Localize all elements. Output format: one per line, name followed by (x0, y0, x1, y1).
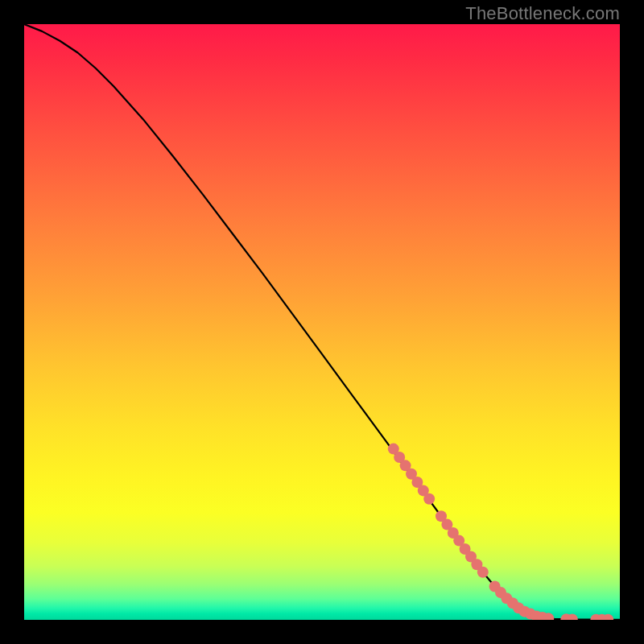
marker-point (477, 567, 489, 578)
chart-svg (24, 24, 620, 620)
marker-point (423, 493, 435, 505)
highlight-markers (388, 444, 613, 620)
watermark-text: TheBottleneck.com (465, 3, 620, 24)
plot-area (24, 24, 620, 620)
chart-stage: TheBottleneck.com (0, 0, 644, 644)
curve-line (24, 24, 620, 620)
